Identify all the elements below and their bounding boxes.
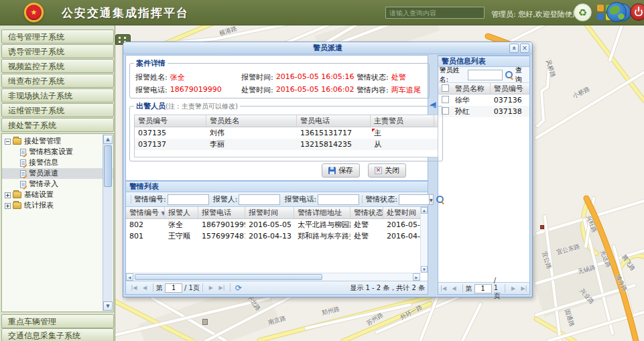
column-header[interactable]: 处警时间	[383, 207, 420, 218]
sidebar-item-ops[interactable]: 运维管理子系统	[1, 103, 114, 117]
column-header-sorted[interactable]: 警情编号 ▼	[126, 207, 165, 218]
search-icon	[505, 71, 513, 79]
power-logout-icon[interactable]	[630, 3, 644, 21]
alert-row[interactable]: 802 张全 18679019990 2016-05-05 16:... 太平北…	[126, 219, 420, 230]
page-suffix: / 1页	[494, 277, 502, 301]
alert-filter-toolbar: 警情编号: 报警人: 报警电话: 警情状态: ▼ 查询	[126, 192, 428, 207]
status-select[interactable]	[399, 194, 430, 205]
sidebar-item-video[interactable]: 视频监控子系统	[1, 59, 114, 73]
last-page-icon[interactable]: ▶|	[216, 283, 227, 293]
phone-input[interactable]	[318, 194, 359, 205]
alert-id-input[interactable]	[168, 194, 209, 205]
tree-scrollbar[interactable]: ▲ ▼	[103, 135, 113, 311]
tree-node-alert-entry[interactable]: 警情录入	[2, 179, 113, 190]
column-header[interactable]: 报警电话	[198, 207, 245, 218]
field-value: 处警	[391, 72, 406, 82]
tree-node-officer-dispatch[interactable]: 警员派遣	[2, 168, 113, 179]
case-detail-legend: 案件详情	[134, 58, 168, 68]
column-header[interactable]: 报警人	[165, 207, 198, 218]
tree-node-alert-info[interactable]: 接警信息	[2, 157, 113, 168]
page-prefix: 第	[156, 283, 163, 293]
tree-node-stat-reports[interactable]: 统计报表	[2, 200, 113, 211]
horizontal-scrollbar[interactable]: ◀ ▶	[126, 273, 420, 281]
sidebar: 信号管理子系统 诱导管理子系统 视频监控子系统 缉查布控子系统 非现场执法子系统…	[0, 25, 115, 341]
officer-pager: |◀ ◀ 第 / 1页 ▶ ▶|	[438, 282, 529, 294]
vertical-scrollbar[interactable]: ▲ ▼	[420, 207, 428, 273]
officer-search-button[interactable]: 查询	[515, 66, 528, 84]
page-number-input[interactable]	[165, 283, 182, 293]
column-header[interactable]: 报警时间	[245, 207, 294, 218]
field-value: 2016-05-05 16:06:02	[276, 85, 355, 95]
sidebar-item-dispatch-system[interactable]: 接处警子系统	[1, 118, 114, 132]
folder-icon	[13, 202, 21, 209]
eco-refresh-icon[interactable]: ♻	[574, 3, 592, 21]
globe-icon[interactable]	[606, 2, 627, 22]
expand-icon[interactable]	[5, 203, 11, 209]
officer-name-input[interactable]	[468, 70, 503, 80]
column-header[interactable]: 警情详细地址	[294, 207, 350, 218]
select-all-checkbox[interactable]	[442, 84, 449, 92]
column-header[interactable]: 警员名称	[452, 83, 491, 94]
column-header[interactable]: 警情状态	[350, 207, 383, 218]
officer-search-bar: 警员姓名: 查询	[438, 67, 529, 83]
poi-marker-icon	[540, 225, 544, 229]
page-suffix: / 1页	[184, 283, 200, 293]
field-label: 警情内容:	[357, 85, 389, 95]
window-collapse-icon[interactable]: «	[509, 44, 519, 53]
sidebar-item-signal[interactable]: 信号管理子系统	[1, 29, 114, 44]
sidebar-tree: 接处警管理 警情档案设置 接警信息 警员派遣 警情录入 基础设置	[1, 133, 114, 312]
alert-pager: |◀ ◀ 第 / 1页 ▶ ▶| ⟳ 显示 1 - 2 条，共计 2 条	[126, 281, 428, 294]
tree-node-dispatch-mgmt[interactable]: 接处警管理	[2, 136, 113, 147]
alert-grid: 警情编号 ▼ 报警人 报警电话 报警时间 警情详细地址 警情状态 处警时间 80…	[126, 207, 428, 281]
app-title: 公安交通集成指挥平台	[62, 5, 189, 21]
column-header[interactable]: 警员编号	[491, 83, 529, 94]
save-icon	[328, 167, 336, 174]
tree-node-label: 警情档案设置	[29, 147, 73, 157]
officer-row[interactable]: 037137 李丽 13215814235 从	[135, 139, 438, 150]
sidebar-item-key-vehicles[interactable]: 重点车辆管理	[1, 314, 114, 328]
window-titlebar[interactable]: 警员派遣 « ×	[123, 42, 532, 54]
last-page-icon[interactable]: ▶|	[519, 283, 529, 294]
column-header[interactable]: 警员编号	[135, 115, 206, 127]
officer-row[interactable]: 037135 刘伟 13615131717 主	[135, 127, 438, 139]
dispatch-main-pane: 案件详情 报警姓名:张全 报警时间:2016-05-05 16:05:16 警情…	[125, 55, 428, 295]
window-close-icon[interactable]: ×	[520, 44, 529, 53]
collapse-icon[interactable]	[5, 139, 11, 145]
alert-row[interactable]: 801 王守顺 15769974813 2016-04-13 12:... 郑和…	[126, 230, 420, 242]
alert-list-panel: 警情列表 警情编号: 报警人: 报警电话: 警情状态: ▼ 查询	[126, 180, 428, 294]
tree-node-label: 基础设置	[24, 190, 54, 200]
next-page-icon[interactable]: ▶	[508, 283, 519, 294]
column-header[interactable]: 警员姓名	[206, 115, 297, 127]
column-header[interactable]: 警员电话	[297, 115, 371, 127]
officer-list-row[interactable]: 孙红 037138	[438, 106, 529, 117]
sidebar-item-guidance[interactable]: 诱导管理子系统	[1, 44, 114, 58]
refresh-icon[interactable]: ⟳	[233, 283, 244, 293]
caller-input[interactable]	[239, 194, 280, 205]
officer-list-row[interactable]: 徐华 037136	[438, 94, 529, 106]
officer-name-label: 警员姓名:	[440, 66, 467, 84]
global-search-input[interactable]	[385, 7, 485, 19]
scrollbar-thumb[interactable]	[135, 274, 322, 280]
filter-label: 警情编号:	[134, 194, 166, 204]
case-detail-fieldset: 案件详情 报警姓名:张全 报警时间:2016-05-05 16:05:16 警情…	[129, 58, 430, 98]
tree-node-archive-settings[interactable]: 警情档案设置	[2, 147, 113, 157]
sidebar-item-checkcontrol[interactable]: 缉查布控子系统	[1, 74, 114, 88]
page-number-input[interactable]	[474, 284, 492, 293]
close-button[interactable]: ✕关闭	[368, 163, 406, 178]
tree-node-label: 警员派遣	[29, 168, 58, 179]
field-value: 张全	[170, 72, 185, 82]
sidebar-item-traffic-info[interactable]: 交通信息采集子系统	[1, 328, 114, 341]
first-page-icon[interactable]: |◀	[438, 283, 449, 294]
next-page-icon[interactable]: ▶	[206, 283, 216, 293]
column-header[interactable]: 主责警员	[371, 115, 434, 127]
field-label: 报警电话:	[135, 85, 168, 95]
prev-page-icon[interactable]: ◀	[139, 283, 150, 293]
expand-icon[interactable]	[5, 192, 11, 198]
first-page-icon[interactable]: |◀	[129, 283, 139, 293]
officer-info-panel: 警员信息列表 警员姓名: 查询 警员名称 警员编号 徐华 037136 孙红 0…	[438, 55, 530, 295]
sidebar-item-offsite[interactable]: 非现场执法子系统	[1, 88, 114, 103]
tree-node-basic-settings[interactable]: 基础设置	[2, 190, 113, 200]
officers-grid: 警员编号 警员姓名 警员电话 主责警员 037135 刘伟 1361513171…	[134, 115, 438, 157]
save-button[interactable]: 保存	[322, 163, 360, 178]
prev-page-icon[interactable]: ◀	[449, 283, 460, 294]
